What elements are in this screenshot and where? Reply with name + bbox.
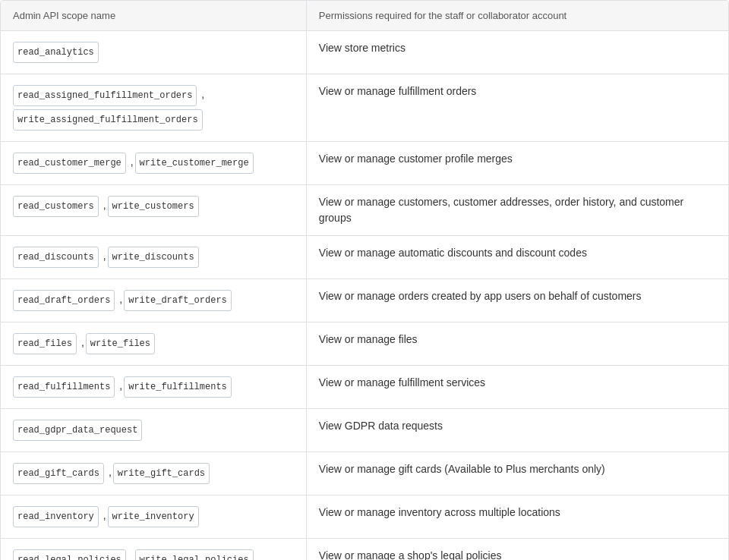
table-row: read_gift_cards ,write_gift_cardsView or… bbox=[1, 452, 728, 496]
scope-badge: write_inventory bbox=[108, 506, 199, 527]
permission-description-cell: View or manage fulfillment orders bbox=[306, 74, 728, 142]
scope-badge: write_gift_cards bbox=[113, 463, 210, 484]
table-row: read_legal_policies ,write_legal_policie… bbox=[1, 539, 728, 561]
scope-badge: write_assigned_fulfillment_orders bbox=[13, 109, 203, 131]
table-row: read_customers ,write_customersView or m… bbox=[1, 185, 728, 236]
scope-badge: write_customer_merge bbox=[135, 153, 254, 174]
col-header-permissions: Permissions required for the staff or co… bbox=[306, 1, 728, 31]
scope-badge: read_customer_merge bbox=[13, 153, 126, 174]
scope-badge: read_discounts bbox=[13, 247, 99, 268]
table-row: read_fulfillments ,write_fulfillmentsVie… bbox=[1, 366, 728, 409]
table-row: read_assigned_fulfillment_orders ,write_… bbox=[1, 74, 728, 142]
scope-badge: write_customers bbox=[108, 196, 199, 217]
permission-description-cell: View or manage a shop's legal policies bbox=[306, 539, 728, 561]
permission-description-cell: View or manage orders created by app use… bbox=[306, 279, 728, 322]
scope-badge: read_gift_cards bbox=[13, 463, 104, 484]
api-scopes-table: Admin API scope name Permissions require… bbox=[0, 0, 729, 560]
scope-badge: read_draft_orders bbox=[13, 290, 115, 311]
scope-badge: write_legal_policies bbox=[135, 549, 254, 560]
scope-name-cell: read_discounts ,write_discounts bbox=[1, 236, 306, 279]
col-header-scope-name: Admin API scope name bbox=[1, 1, 306, 31]
scope-badge: write_draft_orders bbox=[124, 290, 232, 311]
permission-description-cell: View or manage inventory across multiple… bbox=[306, 496, 728, 539]
scope-badge: read_assigned_fulfillment_orders bbox=[13, 85, 197, 106]
scope-badge: read_inventory bbox=[13, 506, 99, 527]
scope-badge: write_discounts bbox=[108, 247, 199, 268]
table-row: read_draft_orders ,write_draft_ordersVie… bbox=[1, 279, 728, 322]
scope-name-cell: read_fulfillments ,write_fulfillments bbox=[1, 366, 306, 409]
permission-description-cell: View or manage automatic discounts and d… bbox=[306, 236, 728, 279]
scope-badge: read_analytics bbox=[13, 42, 99, 63]
scope-name-cell: read_assigned_fulfillment_orders ,write_… bbox=[1, 74, 306, 142]
table-row: read_customer_merge ,write_customer_merg… bbox=[1, 142, 728, 185]
table-row: read_files ,write_filesView or manage fi… bbox=[1, 322, 728, 366]
permission-description-cell: View or manage fulfillment services bbox=[306, 366, 728, 409]
permission-description-cell: View or manage files bbox=[306, 322, 728, 366]
scope-name-cell: read_draft_orders ,write_draft_orders bbox=[1, 279, 306, 322]
scope-badge: read_customers bbox=[13, 196, 99, 217]
scope-badge: read_fulfillments bbox=[13, 376, 115, 398]
scope-name-cell: read_inventory ,write_inventory bbox=[1, 496, 306, 539]
scope-name-cell: read_analytics bbox=[1, 31, 306, 74]
table-row: read_discounts ,write_discountsView or m… bbox=[1, 236, 728, 279]
scope-name-cell: read_legal_policies ,write_legal_policie… bbox=[1, 539, 306, 561]
permission-description-cell: View or manage gift cards (Available to … bbox=[306, 452, 728, 496]
scope-name-cell: read_files ,write_files bbox=[1, 322, 306, 366]
permission-description-cell: View store metrics bbox=[306, 31, 728, 74]
scope-name-cell: read_gdpr_data_request bbox=[1, 409, 306, 452]
scope-badge: read_gdpr_data_request bbox=[13, 420, 142, 441]
permission-description-cell: View GDPR data requests bbox=[306, 409, 728, 452]
permission-description-cell: View or manage customer profile merges bbox=[306, 142, 728, 185]
table-row: read_inventory ,write_inventoryView or m… bbox=[1, 496, 728, 539]
scope-name-cell: read_gift_cards ,write_gift_cards bbox=[1, 452, 306, 496]
table-row: read_analyticsView store metrics bbox=[1, 31, 728, 74]
scope-badge: read_legal_policies bbox=[13, 549, 126, 560]
table-row: read_gdpr_data_requestView GDPR data req… bbox=[1, 409, 728, 452]
scope-name-cell: read_customers ,write_customers bbox=[1, 185, 306, 236]
scope-badge: read_files bbox=[13, 333, 77, 354]
table-header-row: Admin API scope name Permissions require… bbox=[1, 1, 728, 31]
scope-badge: write_files bbox=[86, 333, 155, 354]
permission-description-cell: View or manage customers, customer addre… bbox=[306, 185, 728, 236]
scope-name-cell: read_customer_merge ,write_customer_merg… bbox=[1, 142, 306, 185]
scope-badge: write_fulfillments bbox=[124, 376, 232, 398]
